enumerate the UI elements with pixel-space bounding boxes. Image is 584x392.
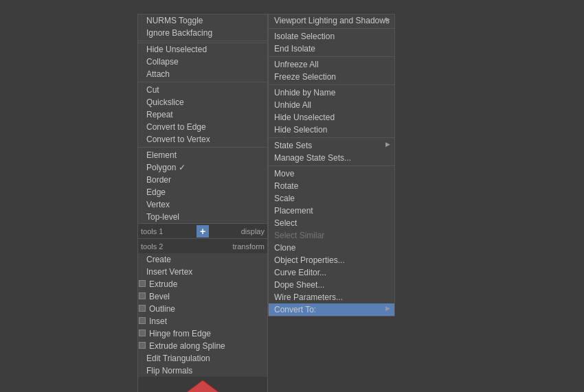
move[interactable]: Move (269, 168, 394, 180)
scale[interactable]: Scale (269, 192, 394, 205)
collapse[interactable]: Collapse (138, 56, 267, 68)
hinge-from-edge[interactable]: Hinge from Edge (138, 327, 267, 340)
flip-normals[interactable]: Flip Normals (138, 365, 267, 377)
convert-to[interactable]: Convert To: (269, 303, 394, 316)
right-divider-3 (269, 137, 394, 138)
bevel-checkbox (139, 292, 146, 299)
quickslice[interactable]: Quickslice (138, 96, 267, 108)
divider-1 (138, 41, 267, 41)
divider-2 (138, 82, 267, 82)
tools-row-1: tools 1 + display (138, 223, 267, 238)
end-isolate[interactable]: End Isolate (269, 43, 394, 55)
tools2-transform: transform (213, 242, 267, 251)
right-divider-2 (269, 84, 394, 85)
tools1-center: + (192, 224, 213, 238)
dope-sheet[interactable]: Dope Sheet... (269, 279, 394, 291)
svg-marker-0 (179, 380, 227, 393)
freeze-selection[interactable]: Freeze Selection (269, 71, 394, 83)
divider-3 (138, 147, 267, 148)
insert-vertex[interactable]: Insert Vertex (138, 266, 267, 278)
right-context-menu: Viewport Lighting and Shadows Isolate Se… (268, 14, 395, 316)
manage-state-sets[interactable]: Manage State Sets... (269, 152, 394, 164)
cut[interactable]: Cut (138, 84, 267, 96)
unfreeze-all[interactable]: Unfreeze All (269, 58, 394, 71)
inset[interactable]: Inset (138, 315, 267, 327)
tools-row-2: tools 2 transform (138, 238, 267, 253)
tools1-display: display (213, 227, 267, 235)
edit-triangulation[interactable]: Edit Triangulation (138, 352, 267, 365)
extrude-checkbox (139, 280, 146, 287)
select[interactable]: Select (269, 217, 394, 229)
tools2-center (192, 240, 213, 253)
vertex[interactable]: Vertex (138, 198, 267, 211)
unhide-by-name[interactable]: Unhide by Name (269, 87, 394, 99)
shape-preview-area (138, 377, 267, 392)
placement[interactable]: Placement (269, 205, 394, 217)
wire-parameters[interactable]: Wire Parameters... (269, 291, 394, 303)
clone[interactable]: Clone (269, 242, 394, 254)
polygon[interactable]: Polygon ✓ (138, 161, 267, 174)
hide-selection[interactable]: Hide Selection (269, 124, 394, 136)
edge[interactable]: Edge (138, 186, 267, 198)
right-divider-4 (269, 165, 394, 166)
extrude[interactable]: Extrude (138, 278, 267, 290)
top-level[interactable]: Top-level (138, 211, 267, 223)
hinge-checkbox (139, 330, 146, 336)
curve-editor[interactable]: Curve Editor... (269, 266, 394, 279)
attach[interactable]: Attach (138, 68, 267, 80)
shape-preview-svg (172, 379, 234, 393)
convert-to-vertex[interactable]: Convert to Vertex (138, 133, 267, 146)
element[interactable]: Element (138, 149, 267, 161)
ignore-backfacing[interactable]: Ignore Backfacing (138, 27, 267, 39)
repeat[interactable]: Repeat (138, 108, 267, 121)
isolate-selection[interactable]: Isolate Selection (269, 30, 394, 43)
convert-to-edge[interactable]: Convert to Edge (138, 121, 267, 133)
select-similar[interactable]: Select Similar (269, 229, 394, 242)
create[interactable]: Create (138, 253, 267, 266)
tools1-plus[interactable]: + (196, 225, 209, 238)
outline-checkbox (139, 305, 146, 312)
object-properties[interactable]: Object Properties... (269, 254, 394, 266)
extrude-along-spline[interactable]: Extrude along Spline (138, 340, 267, 352)
outline[interactable]: Outline (138, 303, 267, 315)
extrude-spline-checkbox (139, 342, 146, 349)
hide-unselected-right[interactable]: Hide Unselected (269, 111, 394, 124)
left-context-menu: NURMS Toggle Ignore Backfacing Hide Unse… (137, 14, 268, 392)
hide-unselected[interactable]: Hide Unselected (138, 43, 267, 56)
tools1-label: tools 1 (138, 227, 192, 235)
rotate[interactable]: Rotate (269, 180, 394, 192)
right-divider-0 (269, 28, 394, 29)
inset-checkbox (139, 317, 146, 324)
bevel[interactable]: Bevel (138, 290, 267, 303)
unhide-all[interactable]: Unhide All (269, 99, 394, 111)
tools2-label: tools 2 (138, 242, 192, 251)
border[interactable]: Border (138, 174, 267, 186)
state-sets[interactable]: State Sets (269, 139, 394, 152)
viewport-lighting[interactable]: Viewport Lighting and Shadows (269, 14, 394, 27)
right-divider-1 (269, 56, 394, 57)
nurms-toggle[interactable]: NURMS Toggle (138, 14, 267, 27)
